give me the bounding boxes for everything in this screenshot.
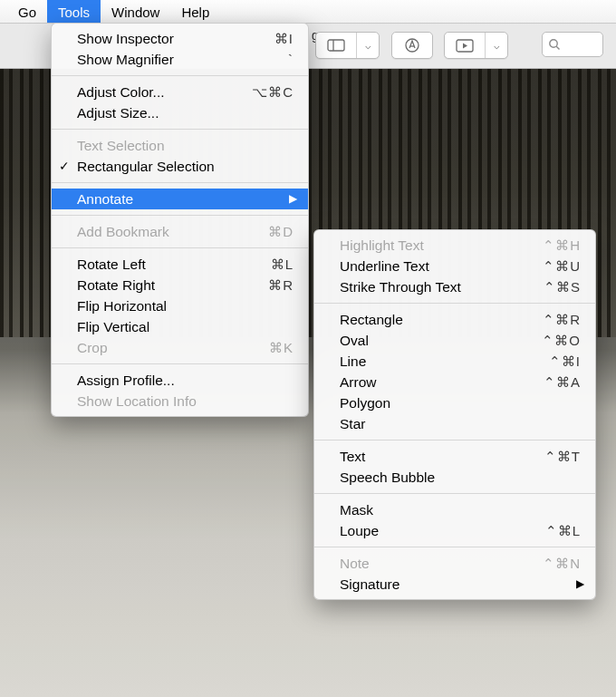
menu-item-shortcut: ` xyxy=(288,49,294,70)
menu-item-shortcut: ⌃⌘R xyxy=(543,309,581,330)
play-rect-icon xyxy=(456,39,474,53)
menu-item-label: Crop xyxy=(77,340,108,355)
menu-item-shortcut: ⌘R xyxy=(268,275,294,295)
menu-item-label: Adjust Color... xyxy=(77,84,165,100)
menu-item-label: Highlight Text xyxy=(340,237,424,253)
menu-item-label: Show Inspector xyxy=(77,31,174,46)
menu-item-label: Loupe xyxy=(340,523,379,538)
search-input[interactable] xyxy=(542,32,603,57)
annotate-menu-item-rectangle[interactable]: Rectangle⌃⌘R xyxy=(314,309,595,330)
tools-menu-item-flip-vertical[interactable]: Flip Vertical xyxy=(52,316,308,337)
tools-menu-item-crop: Crop⌘K xyxy=(52,337,308,358)
annotate-menu-item-speech-bubble[interactable]: Speech Bubble xyxy=(314,467,595,488)
tools-menu-item-annotate[interactable]: Annotate▶ xyxy=(52,189,308,209)
menu-item-label: Assign Profile... xyxy=(77,373,175,388)
annotate-menu-item-highlight-text: Highlight Text⌃⌘H xyxy=(314,235,595,256)
annotate-menu-item-signature[interactable]: Signature▶ xyxy=(314,574,595,595)
tools-menu-item-rectangular-selection[interactable]: ✓Rectangular Selection xyxy=(52,156,308,177)
menu-item-label: Adjust Size... xyxy=(77,105,159,121)
tools-menu-item-text-selection: Text Selection xyxy=(52,135,308,156)
tools-menu-item-show-magnifier[interactable]: Show Magnifier` xyxy=(52,49,308,70)
menu-item-label: Oval xyxy=(340,333,369,348)
tools-menu: Show Inspector⌘IShow Magnifier`Adjust Co… xyxy=(51,23,309,417)
tools-menu-item-show-location-info: Show Location Info xyxy=(52,391,308,411)
menu-item-shortcut: ⌃⌘L xyxy=(545,520,581,541)
menu-separator xyxy=(314,547,595,547)
annotate-menu-item-line[interactable]: Line⌃⌘I xyxy=(314,351,595,372)
menu-separator xyxy=(52,75,308,76)
sidebar-toggle-button[interactable] xyxy=(316,33,357,58)
menu-item-shortcut: ⌃⌘T xyxy=(544,446,581,467)
menu-item-label: Mask xyxy=(340,502,373,518)
menu-separator xyxy=(314,493,595,494)
slideshow-button[interactable] xyxy=(445,33,486,58)
menubar-item-go[interactable]: Go xyxy=(7,0,47,23)
menubar-item-tools[interactable]: Tools xyxy=(47,0,101,23)
menu-separator xyxy=(52,182,308,183)
menu-item-label: Star xyxy=(340,416,365,431)
menu-item-shortcut: ⌘K xyxy=(269,337,294,358)
tools-menu-item-adjust-size[interactable]: Adjust Size... xyxy=(52,102,308,123)
menubar-item-help[interactable]: Help xyxy=(170,0,220,23)
annotate-menu-item-arrow[interactable]: Arrow⌃⌘A xyxy=(314,372,595,392)
slideshow-dropdown-button[interactable]: ⌵ xyxy=(486,33,507,58)
menu-separator xyxy=(52,363,308,364)
annotate-menu-item-text[interactable]: Text⌃⌘T xyxy=(314,446,595,467)
menu-item-label: Text Selection xyxy=(77,138,165,153)
annotate-menu-item-oval[interactable]: Oval⌃⌘O xyxy=(314,330,595,351)
menu-item-shortcut: ⌃⌘N xyxy=(543,553,581,574)
menu-item-label: Flip Horizontal xyxy=(77,298,167,314)
menubar-item-window[interactable]: Window xyxy=(101,0,170,23)
annotate-menu-item-note: Note⌃⌘N xyxy=(314,553,595,574)
menu-item-label: Show Magnifier xyxy=(77,52,174,67)
annotate-menu-item-loupe[interactable]: Loupe⌃⌘L xyxy=(314,520,595,541)
tools-menu-item-rotate-left[interactable]: Rotate Left⌘L xyxy=(52,254,308,275)
tools-menu-item-flip-horizontal[interactable]: Flip Horizontal xyxy=(52,295,308,316)
sidebar-dropdown-button[interactable]: ⌵ xyxy=(357,33,379,58)
markup-button[interactable] xyxy=(392,33,432,58)
menu-item-shortcut: ⌘L xyxy=(271,254,294,275)
chevron-down-icon: ⌵ xyxy=(365,40,371,52)
annotate-menu-item-star[interactable]: Star xyxy=(314,413,595,434)
menu-item-label: Note xyxy=(340,556,370,571)
menu-separator xyxy=(314,303,595,304)
menu-item-label: Add Bookmark xyxy=(77,224,169,239)
tools-menu-item-assign-profile[interactable]: Assign Profile... xyxy=(52,370,308,391)
annotate-menu-item-underline-text[interactable]: Underline Text⌃⌘U xyxy=(314,256,595,276)
menu-item-shortcut: ⌃⌘H xyxy=(543,235,581,256)
menu-item-label: Signature xyxy=(340,576,399,592)
chevron-down-icon: ⌵ xyxy=(494,40,500,52)
menu-separator xyxy=(52,129,308,130)
menu-item-label: Rotate Left xyxy=(77,257,146,272)
svg-rect-0 xyxy=(328,40,344,51)
markup-icon xyxy=(404,37,420,53)
menu-item-label: Rotate Right xyxy=(77,277,155,293)
tools-menu-item-rotate-right[interactable]: Rotate Right⌘R xyxy=(52,275,308,295)
menu-item-label: Flip Vertical xyxy=(77,319,149,334)
menu-item-shortcut: ⌘I xyxy=(274,28,294,49)
menu-separator xyxy=(52,247,308,248)
menu-item-label: Show Location Info xyxy=(77,393,197,409)
sidebar-icon xyxy=(327,39,345,52)
tools-menu-item-adjust-color[interactable]: Adjust Color...⌥⌘C xyxy=(52,82,308,102)
menu-item-label: Text xyxy=(340,449,365,464)
menu-item-label: Annotate xyxy=(77,191,133,207)
annotate-menu-item-polygon[interactable]: Polygon xyxy=(314,392,595,413)
menu-item-shortcut: ⌃⌘A xyxy=(544,372,581,392)
svg-point-5 xyxy=(550,40,557,47)
annotate-menu-item-strike-through-text[interactable]: Strike Through Text⌃⌘S xyxy=(314,276,595,297)
tools-menu-item-add-bookmark: Add Bookmark⌘D xyxy=(52,221,308,242)
menu-item-label: Strike Through Text xyxy=(340,279,461,295)
menu-item-shortcut: ⌃⌘I xyxy=(549,351,581,372)
menubar: Go Tools Window Help xyxy=(0,0,616,24)
svg-line-6 xyxy=(556,46,559,49)
toolbar-group-slideshow: ⌵ xyxy=(444,32,508,59)
tools-menu-item-show-inspector[interactable]: Show Inspector⌘I xyxy=(52,28,308,49)
annotate-menu-item-mask[interactable]: Mask xyxy=(314,499,595,520)
toolbar-group-tools xyxy=(391,32,433,59)
menu-item-label: Line xyxy=(340,353,366,369)
menu-item-label: Underline Text xyxy=(340,258,429,274)
menu-item-shortcut: ⌃⌘O xyxy=(542,330,581,351)
submenu-arrow-icon: ▶ xyxy=(289,189,297,209)
toolbar-group-view: ⌵ xyxy=(315,32,380,59)
